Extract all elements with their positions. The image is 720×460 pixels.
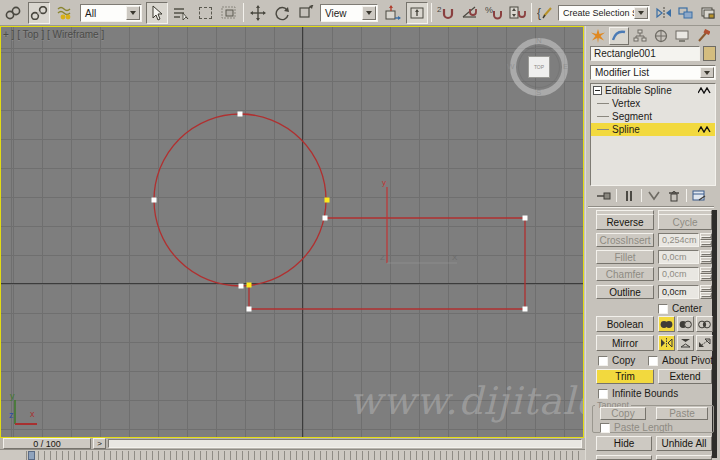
tab-hierarchy[interactable] [630,27,650,45]
vertex-rect-topleft[interactable] [323,216,328,221]
reference-coordinate-system-dropdown[interactable]: View [320,4,378,22]
select-and-manipulate-icon[interactable] [406,2,428,24]
tangent-paste-button[interactable]: Paste [656,407,708,420]
spin-down[interactable] [700,274,712,281]
tab-modify[interactable] [609,27,629,45]
vertex-rect-bottomleft[interactable] [247,307,252,312]
mirror-button[interactable]: Mirror [596,335,654,351]
select-and-scale-icon[interactable] [295,2,317,24]
coord-system-arrow[interactable] [362,6,376,20]
chamfer-spinner[interactable]: 0,0cm [658,267,712,281]
collapse-icon[interactable] [593,86,602,95]
extend-button[interactable]: Extend [658,369,712,384]
modifier-list-arrow[interactable] [700,67,714,78]
fillet-spinner[interactable]: 0,0cm [658,250,712,264]
show-end-result-icon[interactable] [619,189,639,203]
reverse-button[interactable]: Reverse [596,214,654,230]
rectangular-selection-region-icon[interactable] [194,2,216,24]
spinner-snap-toggle-icon[interactable] [507,2,529,24]
checkbox-box[interactable] [648,356,658,366]
tab-create[interactable] [588,27,608,45]
object-name-field[interactable]: Rectangle001 [590,46,700,61]
center-checkbox[interactable]: Center [658,303,702,314]
crossinsert-value[interactable]: 0,254cm [658,233,699,247]
infinite-bounds-checkbox[interactable]: Infinite Bounds [598,388,678,399]
outline-button[interactable]: Outline [596,285,654,299]
mirror-vertical-icon[interactable] [677,335,694,351]
pin-stack-icon[interactable] [594,189,614,203]
select-and-link-icon[interactable] [2,2,24,24]
boolean-union-icon[interactable] [658,316,675,332]
edit-named-selection-sets-icon[interactable]: { [535,2,557,24]
modifier-stack[interactable]: Editable Spline Vertex Segment Spline [590,83,716,186]
tangent-copy-button[interactable]: Copy [600,407,646,420]
remove-modifier-icon[interactable] [664,189,684,203]
vertex-circle-left[interactable] [152,198,157,203]
spin-up[interactable] [700,233,712,240]
mirror-both-icon[interactable] [696,335,713,351]
fillet-button[interactable]: Fillet [596,250,654,264]
select-and-move-icon[interactable] [247,2,269,24]
spin-down[interactable] [700,240,712,247]
percent-snap-toggle-icon[interactable]: % [483,2,505,24]
stack-row-segment[interactable]: Segment [591,110,715,123]
use-pivot-point-center-icon[interactable] [382,2,404,24]
outline-spinner[interactable]: 0,0cm [658,285,712,299]
selection-filter-dropdown[interactable]: All [80,4,142,22]
trim-button[interactable]: Trim [596,369,654,384]
tab-display[interactable] [672,27,692,45]
vertex-circle-top[interactable] [238,112,243,117]
snap-toggle-2d-icon[interactable]: 2 [435,2,457,24]
named-selection-set-dropdown[interactable]: Create Selection Se [558,5,650,21]
circle-spline[interactable] [154,114,326,286]
checkbox-box[interactable] [598,356,608,366]
selected-vertex-markers[interactable] [247,198,330,288]
viewport-canvas[interactable]: y Z X y z x [1,27,584,437]
stack-row-spline-selected[interactable]: Spline [591,123,715,136]
boolean-intersection-icon[interactable] [696,316,713,332]
paste-length-checkbox[interactable]: Paste Length [600,422,673,433]
boolean-button[interactable]: Boolean [596,316,654,332]
bind-to-space-warp-icon[interactable] [54,2,76,24]
angle-snap-toggle-icon[interactable] [459,2,481,24]
named-selection-set-arrow[interactable] [634,7,648,19]
make-unique-icon[interactable] [644,189,664,203]
stack-row-vertex[interactable]: Vertex [591,97,715,110]
tab-motion[interactable] [651,27,671,45]
spin-down[interactable] [700,257,712,264]
mirror-horizontal-icon[interactable] [658,335,675,351]
align-icon[interactable] [676,2,696,24]
spin-up[interactable] [700,250,712,257]
chamfer-button[interactable]: Chamfer [596,267,654,281]
outline-value[interactable]: 0,0cm [658,285,699,299]
vertex-rect-topright[interactable] [523,216,528,221]
viewport-top[interactable]: + ] [ Top ] [ Wireframe ] www.dijitaldev… [0,26,584,438]
configure-modifier-sets-icon[interactable] [689,189,709,203]
select-and-rotate-icon[interactable] [271,2,293,24]
track-bar[interactable] [0,449,585,460]
time-slider-track[interactable] [108,439,582,448]
chamfer-value[interactable]: 0,0cm [658,267,699,281]
cycle-button[interactable]: Cycle [658,214,712,230]
modifier-list-dropdown[interactable]: Modifier List [590,65,716,80]
checkbox-box[interactable] [658,304,668,314]
vertex-rect-bottomright[interactable] [523,307,528,312]
selection-filter-arrow[interactable] [126,6,140,20]
mirror-icon[interactable] [654,2,674,24]
crossinsert-button[interactable]: CrossInsert [596,233,654,247]
window-crossing-toggle-icon[interactable] [218,2,240,24]
time-slider[interactable]: 0 / 100 [3,438,91,449]
boolean-subtraction-icon[interactable] [677,316,694,332]
object-color-swatch[interactable] [703,46,716,61]
vertex-circle-right-selected[interactable] [325,198,330,203]
spin-up[interactable] [700,285,712,292]
hide-button[interactable]: Hide [596,436,652,451]
crossinsert-spinner[interactable]: 0,254cm [658,233,712,247]
spin-up[interactable] [700,267,712,274]
track-bar-marker[interactable] [28,451,35,460]
copy-checkbox[interactable]: Copy [598,355,635,366]
time-slider-next-button[interactable]: > [93,438,106,449]
tab-utilities[interactable] [693,27,713,45]
checkbox-box[interactable] [600,423,610,433]
select-by-name-icon[interactable] [170,2,192,24]
